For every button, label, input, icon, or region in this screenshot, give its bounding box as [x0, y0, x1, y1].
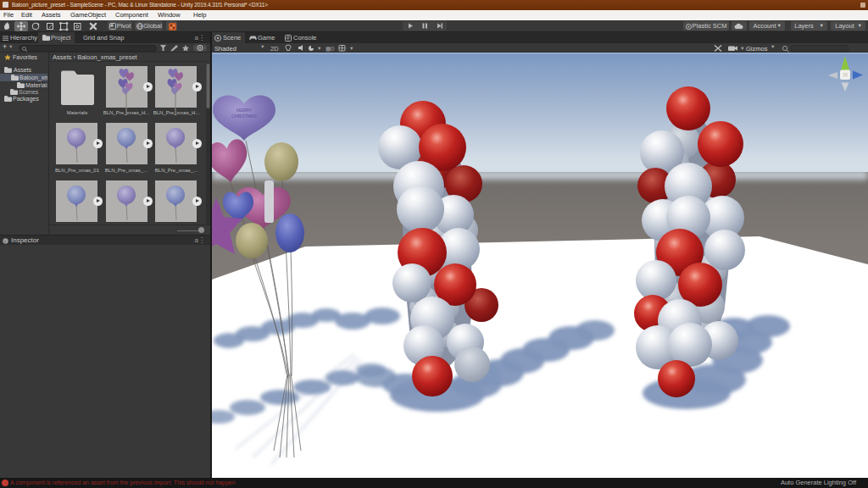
svg-text:CHRISTMAS: CHRISTMAS	[231, 114, 257, 119]
svg-text:▼: ▼	[349, 46, 353, 51]
svg-text:▼: ▼	[740, 46, 744, 51]
svg-text:i: i	[4, 238, 5, 243]
svg-text:▼: ▼	[317, 46, 321, 51]
svg-text:MERRY: MERRY	[236, 108, 253, 113]
svg-text:▦0: ▦0	[326, 46, 335, 52]
